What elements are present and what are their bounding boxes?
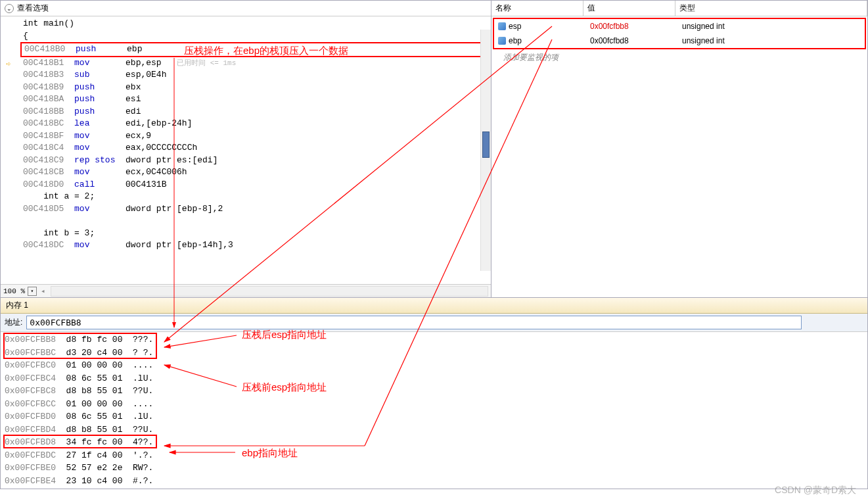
watch-highlight-box: esp0x00fcfbb8unsigned intebp0x00fcfbd8un… [493,18,866,49]
code-body[interactable]: int main(){00C418B0 push ebp➪00C418B1 mo… [1,16,491,284]
scroll-left-icon[interactable]: ◂ [41,287,45,295]
current-line-arrow-icon: ➪ [6,59,11,71]
memory-row[interactable]: 0x00FCFBD8 34 fc fc 00 4??. [5,436,863,449]
code-line[interactable]: 00C418BB push edi [20,106,491,118]
code-line[interactable]: int a = 2; [20,191,491,203]
memory-row[interactable]: 0x00FCFBE0 52 57 e2 2e RW?. [5,462,863,475]
memory-row[interactable]: 0x00FCFBE4 23 10 c4 00 #.?. [5,475,863,488]
variable-icon [498,37,506,45]
memory-address-label: 地址: [5,317,22,328]
code-line[interactable]: 00C418DC mov dword ptr [ebp-14h],3 [20,239,491,252]
memory-row[interactable]: 0x00FCFBD0 08 6c 55 01 .lU. [5,410,863,423]
memory-address-row: 地址: [1,314,867,332]
disassembly-pane: ⌄ 查看选项 int main(){00C418B0 push ebp➪00C4… [1,1,491,297]
chevron-down-icon[interactable]: ⌄ [5,4,14,13]
code-line[interactable]: 00C418C4 mov eax,0CCCCCCCCh [20,142,491,155]
code-line[interactable]: int main() [20,18,491,30]
code-line[interactable]: int b = 3; [20,228,491,240]
code-line[interactable]: 00C418BA push esi [20,93,491,106]
code-line[interactable]: 00C418CB mov ecx,0C4C006h [20,166,491,179]
memory-row[interactable]: 0x00FCFBD4 d8 b8 55 01 ??U. [5,423,863,437]
code-header: ⌄ 查看选项 [1,1,491,16]
memory-row[interactable]: 0x00FCFBC4 08 6c 55 01 .lU. [5,372,863,385]
code-line[interactable]: 00C418B9 push ebx [20,82,491,94]
memory-row[interactable]: 0x00FCFBBC d3 20 c4 00 ? ?. [5,347,863,360]
watch-col-type: 类型 [675,1,867,16]
code-line[interactable]: 00C418BF mov ecx,9 [20,130,491,143]
variable-icon [498,22,506,30]
memory-pane: 内存 1 地址: 0x00FCFBB8 d8 fb fc 00 ???.0x00… [0,298,868,489]
zoom-value: 100 % [3,287,25,295]
watch-row[interactable]: esp0x00fcfbb8unsigned int [494,19,865,34]
code-line[interactable]: 00C418C9 rep stos dword ptr es:[edi] [20,155,491,167]
code-header-title: 查看选项 [17,3,49,14]
code-line[interactable]: { [20,30,491,43]
memory-address-input[interactable] [26,316,802,329]
memory-row[interactable]: 0x00FCFBC8 d8 b8 55 01 ??U. [5,385,863,398]
watch-placeholder[interactable]: 添加要监视的项 [491,51,867,64]
watch-col-name: 名称 [491,1,583,16]
memory-title: 内存 1 [1,298,867,314]
watch-header: 名称 值 类型 [491,1,867,16]
code-line[interactable]: 00C418B3 sub esp,0E4h [20,69,491,82]
watch-pane: 名称 值 类型 esp0x00fcfbb8unsigned intebp0x00… [491,1,867,297]
horizontal-scrollbar[interactable] [51,286,488,297]
scroll-thumb[interactable] [482,132,490,158]
zoom-bar: 100 % ▾ ◂ [1,284,491,297]
watch-row[interactable]: ebp0x00fcfbd8unsigned int [494,34,865,48]
vertical-scrollbar[interactable] [480,30,491,271]
code-line[interactable] [20,215,491,228]
code-line[interactable]: 00C418D5 mov dword ptr [ebp-8],2 [20,203,491,216]
memory-row[interactable]: 0x00FCFBC0 01 00 00 00 .... [5,359,863,372]
code-line[interactable]: 00C418D0 call 00C4131B [20,179,491,191]
code-line[interactable]: ➪00C418B1 mov ebp,esp 已用时间 <= 1ms [20,57,491,70]
zoom-dropdown[interactable]: ▾ [28,287,37,296]
code-line[interactable]: 00C418B0 push ebp [20,42,491,57]
memory-row[interactable]: 0x00FCFBCC 01 00 00 00 .... [5,398,863,411]
memory-row[interactable]: 0x00FCFBDC 27 1f c4 00 '.?. [5,449,863,462]
code-line[interactable]: 00C418BC lea edi,[ebp-24h] [20,118,491,130]
memory-body[interactable]: 0x00FCFBB8 d8 fb fc 00 ???.0x00FCFBBC d3… [1,332,867,489]
watch-col-value: 值 [583,1,675,16]
memory-row[interactable]: 0x00FCFBB8 d8 fb fc 00 ???. [5,333,863,347]
